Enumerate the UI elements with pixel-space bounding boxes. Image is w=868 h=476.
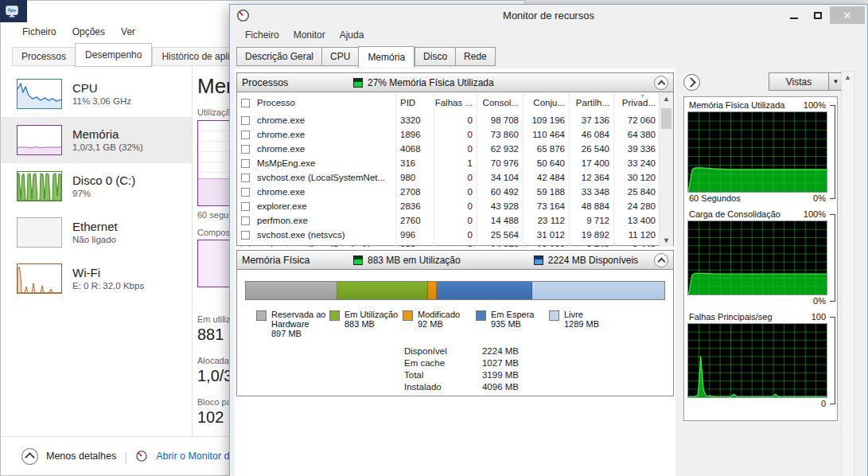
scroll-up-icon[interactable]: ▲ (842, 73, 854, 81)
row-checkbox[interactable] (241, 245, 250, 248)
expand-charts-button[interactable] (683, 74, 700, 91)
menu-item-ver[interactable]: Ver (114, 25, 142, 41)
scroll-up-icon[interactable]: ▲ (660, 92, 673, 105)
column-header-6[interactable]: Privad...▼ (614, 92, 660, 113)
cell: 73 164 (524, 199, 570, 213)
cell: 62 932 (477, 142, 524, 156)
row-checkbox[interactable] (241, 131, 250, 139)
column-header-2[interactable]: Falhas ... (434, 92, 477, 113)
task-manager-menubar: FicheiroOpçõesVer (15, 25, 142, 41)
tab-processos[interactable]: Processos (12, 47, 75, 66)
memory-segment-em-espera (437, 282, 532, 299)
less-details-button[interactable] (21, 448, 38, 465)
less-details-label[interactable]: Menos detalhes (46, 451, 116, 462)
row-checkbox[interactable] (241, 217, 250, 225)
tab-memória[interactable]: Memória (358, 46, 415, 68)
tab-rede[interactable]: Rede (455, 47, 496, 66)
sidebar-item-wifi[interactable]: Wi-FiE: 0 R: 32,0 Kbps (1, 256, 192, 302)
chart-1: Carga de Consolidação100%0% (687, 209, 827, 307)
sidebar-item-mem[interactable]: Memória1,0/3,1 GB (32%) (1, 117, 192, 163)
menu-item-ficheiro[interactable]: Ficheiro (15, 25, 64, 41)
sidebar-item-eth[interactable]: EthernetNão ligado (1, 209, 192, 256)
chevron-up-icon (25, 452, 35, 462)
table-row[interactable]: chrome.exe2708060 49259 18833 34825 840 (237, 185, 673, 199)
menu-item-monitor[interactable]: Monitor (286, 27, 333, 45)
cell: 2760 (396, 213, 434, 228)
column-header-5[interactable]: Partilh... (570, 92, 614, 113)
cell: 26 540 (570, 142, 614, 156)
chart-min-label: 0% (813, 193, 826, 204)
column-header-1[interactable]: PID (396, 92, 434, 113)
column-header-4[interactable]: Conju... (524, 92, 570, 113)
column-header-3[interactable]: Consol... (477, 92, 524, 113)
legend-label: Em Utilização (344, 310, 398, 319)
scroll-down-icon[interactable]: ▼ (660, 234, 673, 247)
cell: 46 084 (570, 127, 614, 142)
memory-segment-reservada-ao-hardware (246, 282, 337, 299)
legend-value: 883 MB (344, 319, 398, 329)
sidebar-item-name: CPU (72, 81, 131, 96)
close-button[interactable]: ✕ (830, 6, 865, 24)
select-all-checkbox[interactable] (241, 99, 250, 107)
minimize-button[interactable] (782, 6, 806, 24)
menu-item-opções[interactable]: Opções (65, 25, 112, 41)
tab-disco[interactable]: Disco (415, 47, 455, 66)
row-checkbox[interactable] (241, 231, 250, 240)
scrollbar-thumb[interactable] (661, 108, 671, 129)
sidebar-item-disk[interactable]: Disco 0 (C:)97% (1, 163, 192, 209)
cell: 110 464 (524, 127, 570, 142)
physical-memory-panel: Memória Física 883 MB em Utilização 2224… (236, 250, 674, 396)
legend-value: 92 MB (418, 319, 460, 329)
processes-table-scrollbar[interactable]: ▲ ▼ (659, 92, 673, 247)
table-row[interactable]: perfmon.exe2760014 48823 1129 71213 400 (237, 213, 673, 228)
table-row[interactable]: chrome.exe4068062 93265 87626 54039 336 (237, 142, 673, 156)
legend-swatch (256, 310, 267, 321)
table-row[interactable]: MsMpEng.exe316170 97650 64017 40033 240 (237, 156, 673, 170)
table-row[interactable]: svchost.exe (LocalSystemNet...980034 104… (237, 170, 673, 185)
table-row[interactable]: svchost.exe (LocalServiceNet...952014 97… (237, 242, 673, 247)
views-button-label[interactable]: Vistas (769, 72, 829, 91)
tab-cpu[interactable]: CPU (321, 47, 358, 66)
column-header-0[interactable]: Processo (253, 92, 396, 113)
cell: 9 712 (570, 213, 614, 228)
cell: 2836 (396, 199, 434, 213)
sidebar-item-detail: 97% (72, 188, 135, 200)
legend-swatch (549, 310, 559, 321)
table-row[interactable]: explorer.exe2836043 92873 16448 88424 28… (237, 199, 673, 213)
cell: 98 708 (477, 113, 524, 127)
cell: 8 748 (570, 242, 614, 247)
tab-desempenho[interactable]: Desempenho (75, 43, 152, 67)
table-row[interactable]: chrome.exe1896073 860110 46446 08464 380 (237, 127, 673, 142)
collapse-physical-memory-button[interactable] (654, 253, 668, 267)
collapse-processes-button[interactable] (654, 76, 668, 90)
row-checkbox[interactable] (241, 174, 250, 182)
memory-stat-value: 2224 MB (469, 346, 519, 358)
sidebar-item-cpu[interactable]: CPU11% 3,06 GHz (1, 71, 192, 117)
row-checkbox[interactable] (241, 159, 250, 168)
row-checkbox[interactable] (241, 145, 250, 154)
cell: 70 976 (477, 156, 524, 170)
table-row[interactable]: chrome.exe3320098 708109 19637 13672 060 (237, 113, 673, 127)
window-title: Monitor de recursos (230, 10, 867, 21)
menu-item-ajuda[interactable]: Ajuda (333, 27, 372, 45)
cell: svchost.exe (LocalSystemNet... (253, 170, 396, 185)
row-checkbox[interactable] (241, 116, 250, 125)
cell: 24 280 (614, 199, 660, 213)
resource-monitor-titlebar[interactable]: Monitor de recursos ✕ (230, 5, 867, 27)
table-row[interactable]: svchost.exe (netsvcs)996025 56431 01219 … (237, 228, 673, 242)
menu-item-ficheiro[interactable]: Ficheiro (238, 27, 286, 45)
memory-stat-row: Disponível2224 MB (404, 346, 519, 358)
tab-descrição-geral[interactable]: Descrição Geral (236, 47, 321, 66)
sidebar-thumbnail-cpu (17, 79, 62, 109)
cell: 12 364 (570, 170, 614, 185)
cell: 50 640 (524, 156, 570, 170)
maximize-button[interactable] (806, 6, 830, 24)
available-status: 2224 MB Disponíveis (534, 255, 638, 266)
row-checkbox[interactable] (241, 202, 250, 211)
row-checkbox[interactable] (241, 188, 250, 197)
cell: 64 380 (614, 127, 660, 142)
processes-panel-title: Processos (242, 77, 353, 88)
sidebar-item-name: Wi-Fi (72, 266, 144, 280)
views-split-button[interactable]: Vistas ▼ (769, 72, 843, 91)
window-scrollbar[interactable]: ▲ (841, 71, 854, 476)
